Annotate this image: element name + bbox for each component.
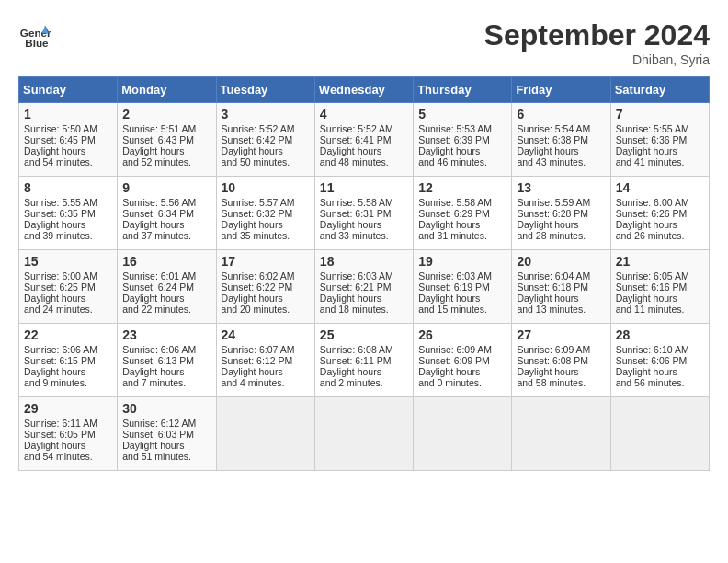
daylight-minutes: and 31 minutes.: [418, 230, 487, 241]
daylight-text: Daylight hours: [24, 440, 85, 451]
day-number: 14: [616, 180, 704, 195]
sunrise-text: Sunrise: 6:06 AM: [122, 344, 196, 355]
sunrise-text: Sunrise: 5:52 AM: [222, 123, 295, 134]
logo: General Blue: [18, 18, 51, 52]
logo-icon: General Blue: [18, 18, 51, 52]
day-number: 8: [24, 180, 112, 195]
sunset-text: Sunset: 6:38 PM: [517, 134, 588, 145]
day-number: 21: [616, 254, 704, 269]
calendar-cell: [414, 397, 512, 471]
calendar-row: 22Sunrise: 6:06 AMSunset: 6:15 PMDayligh…: [19, 324, 710, 397]
sunrise-text: Sunrise: 5:51 AM: [122, 123, 196, 134]
sunset-text: Sunset: 6:21 PM: [320, 282, 392, 293]
calendar-cell: 5Sunrise: 5:53 AMSunset: 6:39 PMDaylight…: [414, 103, 512, 177]
weekday-header-sunday: Sunday: [19, 77, 118, 103]
calendar-cell: 4Sunrise: 5:52 AMSunset: 6:41 PMDaylight…: [314, 103, 413, 177]
day-number: 11: [320, 180, 408, 195]
weekday-header-thursday: Thursday: [414, 77, 512, 103]
sunrise-text: Sunrise: 5:52 AM: [320, 123, 393, 134]
day-number: 5: [418, 107, 506, 121]
sunset-text: Sunset: 6:05 PM: [24, 429, 96, 440]
daylight-text: Daylight hours: [517, 366, 578, 377]
calendar-cell: 11Sunrise: 5:58 AMSunset: 6:31 PMDayligh…: [314, 177, 413, 250]
daylight-text: Daylight hours: [24, 145, 85, 156]
daylight-minutes: and 15 minutes.: [418, 304, 487, 315]
daylight-minutes: and 18 minutes.: [320, 304, 389, 315]
daylight-text: Daylight hours: [320, 366, 381, 377]
daylight-text: Daylight hours: [122, 440, 184, 451]
calendar-table: SundayMondayTuesdayWednesdayThursdayFrid…: [18, 76, 710, 471]
daylight-minutes: and 2 minutes.: [320, 377, 383, 388]
sunset-text: Sunset: 6:09 PM: [418, 355, 490, 366]
calendar-cell: [512, 397, 610, 471]
daylight-minutes: and 46 minutes.: [418, 156, 487, 167]
daylight-minutes: and 54 minutes.: [24, 156, 93, 167]
sunset-text: Sunset: 6:41 PM: [320, 134, 392, 145]
daylight-minutes: and 58 minutes.: [517, 377, 586, 388]
daylight-minutes: and 43 minutes.: [517, 156, 586, 167]
day-number: 30: [122, 401, 210, 416]
day-number: 25: [320, 327, 408, 342]
daylight-text: Daylight hours: [222, 366, 283, 377]
day-number: 29: [24, 401, 112, 416]
daylight-text: Daylight hours: [616, 366, 677, 377]
sunset-text: Sunset: 6:29 PM: [418, 208, 490, 219]
daylight-minutes: and 52 minutes.: [122, 156, 191, 167]
sunset-text: Sunset: 6:16 PM: [616, 282, 688, 293]
daylight-text: Daylight hours: [122, 219, 184, 230]
daylight-minutes: and 56 minutes.: [616, 377, 685, 388]
sunset-text: Sunset: 6:13 PM: [122, 355, 194, 366]
sunset-text: Sunset: 6:43 PM: [122, 134, 194, 145]
calendar-cell: 22Sunrise: 6:06 AMSunset: 6:15 PMDayligh…: [19, 324, 118, 397]
day-number: 16: [122, 254, 210, 269]
daylight-text: Daylight hours: [122, 145, 184, 156]
sunset-text: Sunset: 6:42 PM: [222, 134, 293, 145]
daylight-text: Daylight hours: [24, 219, 85, 230]
calendar-cell: 21Sunrise: 6:05 AMSunset: 6:16 PMDayligh…: [610, 250, 709, 324]
calendar-cell: 29Sunrise: 6:11 AMSunset: 6:05 PMDayligh…: [19, 397, 118, 471]
calendar-cell: [610, 397, 709, 471]
weekday-header-wednesday: Wednesday: [314, 77, 413, 103]
daylight-minutes: and 48 minutes.: [320, 156, 389, 167]
sunrise-text: Sunrise: 6:04 AM: [517, 270, 590, 282]
sunset-text: Sunset: 6:45 PM: [24, 134, 96, 145]
daylight-minutes: and 26 minutes.: [616, 230, 685, 241]
sunset-text: Sunset: 6:12 PM: [222, 355, 293, 366]
weekday-header-saturday: Saturday: [610, 77, 709, 103]
sunset-text: Sunset: 6:36 PM: [616, 134, 688, 145]
sunset-text: Sunset: 6:19 PM: [418, 282, 490, 293]
sunrise-text: Sunrise: 5:58 AM: [320, 197, 393, 208]
sunrise-text: Sunrise: 5:54 AM: [517, 123, 590, 134]
calendar-row: 29Sunrise: 6:11 AMSunset: 6:05 PMDayligh…: [19, 397, 710, 471]
sunrise-text: Sunrise: 6:11 AM: [24, 418, 97, 429]
sunrise-text: Sunrise: 6:03 AM: [320, 270, 393, 282]
sunrise-text: Sunrise: 5:55 AM: [616, 123, 689, 134]
sunrise-text: Sunrise: 5:56 AM: [122, 197, 196, 208]
sunset-text: Sunset: 6:28 PM: [517, 208, 588, 219]
svg-text:Blue: Blue: [25, 37, 49, 49]
page-header: General Blue September 2024 Dhiban, Syri…: [18, 18, 710, 67]
day-number: 4: [320, 107, 408, 121]
daylight-minutes: and 41 minutes.: [616, 156, 685, 167]
calendar-cell: 6Sunrise: 5:54 AMSunset: 6:38 PMDaylight…: [512, 103, 610, 177]
weekday-header-friday: Friday: [512, 77, 610, 103]
daylight-text: Daylight hours: [616, 293, 677, 304]
calendar-cell: 8Sunrise: 5:55 AMSunset: 6:35 PMDaylight…: [19, 177, 118, 250]
sunset-text: Sunset: 6:31 PM: [320, 208, 392, 219]
daylight-text: Daylight hours: [418, 219, 480, 230]
day-number: 18: [320, 254, 408, 269]
sunrise-text: Sunrise: 6:06 AM: [24, 344, 97, 355]
daylight-minutes: and 54 minutes.: [24, 451, 93, 462]
sunset-text: Sunset: 6:22 PM: [222, 282, 293, 293]
calendar-cell: 2Sunrise: 5:51 AMSunset: 6:43 PMDaylight…: [118, 103, 216, 177]
calendar-cell: 9Sunrise: 5:56 AMSunset: 6:34 PMDaylight…: [118, 177, 216, 250]
day-number: 22: [24, 327, 112, 342]
sunrise-text: Sunrise: 5:58 AM: [418, 197, 492, 208]
daylight-minutes: and 51 minutes.: [122, 451, 191, 462]
calendar-cell: 24Sunrise: 6:07 AMSunset: 6:12 PMDayligh…: [216, 324, 314, 397]
sunrise-text: Sunrise: 5:57 AM: [222, 197, 295, 208]
calendar-cell: [314, 397, 413, 471]
daylight-text: Daylight hours: [122, 293, 184, 304]
daylight-text: Daylight hours: [320, 145, 381, 156]
sunset-text: Sunset: 6:08 PM: [517, 355, 588, 366]
